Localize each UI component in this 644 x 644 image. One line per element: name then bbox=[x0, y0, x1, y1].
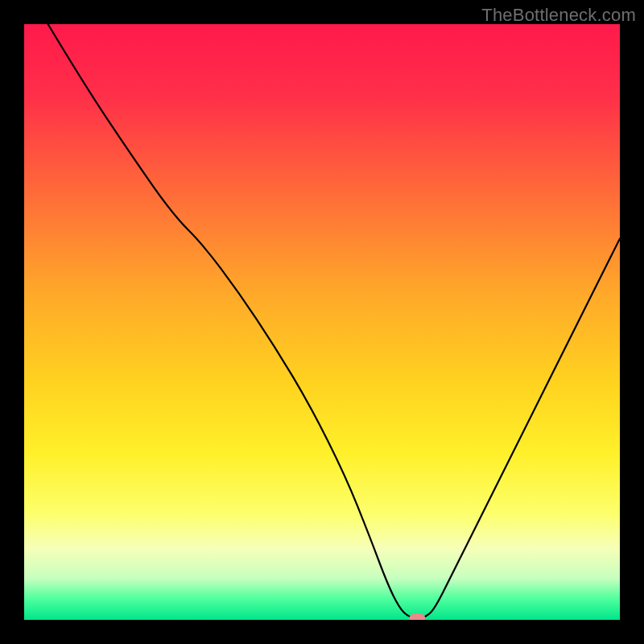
gradient-background bbox=[24, 24, 620, 620]
chart-container: { "watermark": "TheBottleneck.com", "cha… bbox=[0, 0, 644, 644]
bottleneck-chart bbox=[24, 24, 620, 620]
watermark-text: TheBottleneck.com bbox=[481, 5, 636, 26]
plot-area bbox=[24, 24, 620, 620]
